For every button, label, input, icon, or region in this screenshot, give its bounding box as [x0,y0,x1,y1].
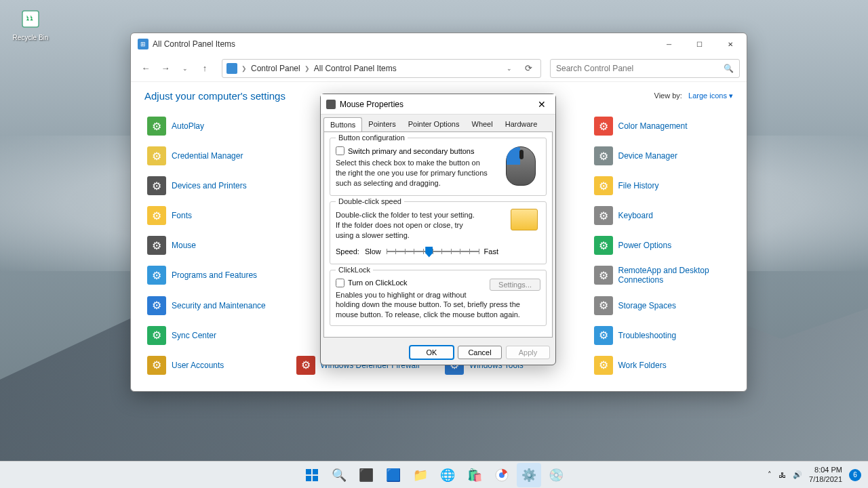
cp-item-icon: ⚙ [594,326,613,345]
cp-item-icon: ⚙ [594,146,613,165]
forward-button[interactable]: → [157,60,174,77]
cp-item-icon: ⚙ [147,296,166,315]
cp-item[interactable]: ⚙Programs and Features [144,262,287,289]
close-button[interactable]: ✕ [715,34,745,54]
svg-rect-1 [306,469,311,474]
file-explorer-button[interactable]: 📁 [408,463,433,487]
search-box[interactable]: 🔍 [550,59,740,78]
cp-item-label: User Accounts [172,361,224,370]
cp-item-label: Sync Center [172,331,216,340]
cp-item-icon: ⚙ [147,356,166,375]
clicklock-row[interactable]: Turn on ClickLock [336,279,490,287]
time-text: 8:04 PM [809,466,842,474]
speed-slider[interactable] [387,245,479,258]
cp-item-label: Mouse [172,241,196,250]
cp-item-icon: ⚙ [296,356,315,375]
cp-item[interactable]: ⚙AutoPlay [144,113,287,140]
cp-item[interactable]: ⚙File History [591,172,734,199]
switch-buttons-checkbox[interactable] [336,146,344,155]
taskbar-center: 🔍 ⬛ 🟦 📁 🌐 🛍️ ⚙️ 💿 [300,463,568,487]
mouse-icon [326,100,336,109]
breadcrumb-0[interactable]: Control Panel [251,64,300,73]
minimize-button[interactable]: ─ [654,34,684,54]
refresh-button[interactable]: ⟳ [520,60,536,77]
desktop-icon-recycle-bin[interactable]: Recycle Bin [10,7,51,41]
cp-item-icon: ⚙ [594,296,613,315]
notification-badge[interactable]: 6 [849,469,861,481]
maximize-button[interactable]: ☐ [684,34,715,54]
cp-item[interactable]: ⚙Sync Center [144,322,287,349]
double-click-speed-group: Double-click speed Double-click the fold… [330,201,547,264]
task-view-button[interactable]: ⬛ [354,463,378,487]
cp-item[interactable]: ⚙Power Options [591,232,734,259]
network-icon[interactable]: 🖧 [778,471,786,479]
up-button[interactable]: ↑ [197,60,213,77]
test-folder-icon[interactable] [511,209,538,230]
cp-item[interactable]: ⚙Troubleshooting [591,322,734,349]
tab-buttons[interactable]: Buttons [323,117,362,132]
cp-item-label: RemoteApp and Desktop Connections [618,266,731,285]
switch-buttons-row[interactable]: Switch primary and secondary buttons [336,146,492,155]
widgets-button[interactable]: 🟦 [381,463,406,487]
app-taskbar-button[interactable]: 💿 [544,463,568,487]
breadcrumb-1[interactable]: All Control Panel Items [314,64,397,73]
clock[interactable]: 8:04 PM 7/18/2021 [809,466,842,483]
clicklock-settings-button[interactable]: Settings... [490,279,540,291]
titlebar[interactable]: ⊞ All Control Panel Items ─ ☐ ✕ [131,33,747,55]
store-button[interactable]: 🛍️ [462,463,487,487]
fast-label: Fast [484,247,498,256]
cp-item-label: Device Manager [618,151,677,161]
search-button[interactable]: 🔍 [327,463,351,487]
cp-item-label: Storage Spaces [618,301,676,310]
cancel-button[interactable]: Cancel [458,346,502,359]
cp-item[interactable]: ⚙Credential Manager [144,142,287,169]
system-tray: ˄ 🖧 🔊 8:04 PM 7/18/2021 6 [768,466,868,483]
cp-item[interactable]: ⚙Keyboard [591,202,734,229]
cp-item[interactable]: ⚙Fonts [144,202,287,229]
volume-icon[interactable]: 🔊 [793,470,802,479]
mouse-preview-image [502,144,539,191]
cp-item-icon: ⚙ [594,206,613,225]
back-button[interactable]: ← [138,60,154,77]
slow-label: Slow [365,247,381,256]
clicklock-checkbox[interactable] [336,279,344,287]
tab-wheel[interactable]: Wheel [466,117,499,131]
cp-item-label: Credential Manager [172,151,243,161]
address-bar[interactable]: ❯ Control Panel ❯ All Control Panel Item… [222,59,541,78]
clicklock-desc: Enables you to highlight or drag without… [336,290,540,321]
cp-item[interactable]: ⚙Devices and Printers [144,172,287,199]
cp-item[interactable]: ⚙Color Management [591,113,734,140]
cp-item[interactable]: ⚙Security and Maintenance [144,292,287,319]
ok-button[interactable]: OK [410,346,454,359]
tab-hardware[interactable]: Hardware [499,117,544,131]
control-panel-taskbar-button[interactable]: ⚙️ [517,463,541,487]
search-input[interactable] [556,64,724,73]
cp-item-icon: ⚙ [147,206,166,225]
cp-item[interactable]: ⚙Mouse [144,232,287,259]
edge-button[interactable]: 🌐 [435,463,460,487]
chrome-button[interactable] [490,463,514,487]
recycle-bin-icon [18,7,43,31]
apply-button[interactable]: Apply [506,346,550,359]
cp-item[interactable]: ⚙Device Manager [591,142,734,169]
start-button[interactable] [300,463,324,487]
recycle-bin-label: Recycle Bin [10,34,51,41]
tab-pointers[interactable]: Pointers [362,117,401,131]
mouse-properties-dialog: Mouse Properties ✕ ButtonsPointersPointe… [320,94,556,365]
cp-item-icon: ⚙ [594,266,613,285]
addr-dropdown[interactable]: ⌄ [501,60,517,77]
cp-item[interactable]: ⚙Storage Spaces [591,292,734,319]
cp-item[interactable]: ⚙RemoteApp and Desktop Connections [591,262,734,289]
view-by-dropdown[interactable]: Large icons ▾ [688,92,733,100]
addr-icon [226,63,237,74]
tray-chevron-icon[interactable]: ˄ [768,470,772,479]
dialog-close-button[interactable]: ✕ [534,96,550,113]
svg-rect-2 [313,469,318,474]
search-icon: 🔍 [724,64,734,73]
dialog-titlebar[interactable]: Mouse Properties ✕ [321,94,555,115]
tab-pointer-options[interactable]: Pointer Options [402,117,466,131]
recent-dropdown[interactable]: ⌄ [177,60,193,77]
cp-item[interactable]: ⚙User Accounts [144,352,287,379]
cp-item[interactable]: ⚙Work Folders [591,352,734,379]
slider-thumb[interactable] [425,247,433,258]
